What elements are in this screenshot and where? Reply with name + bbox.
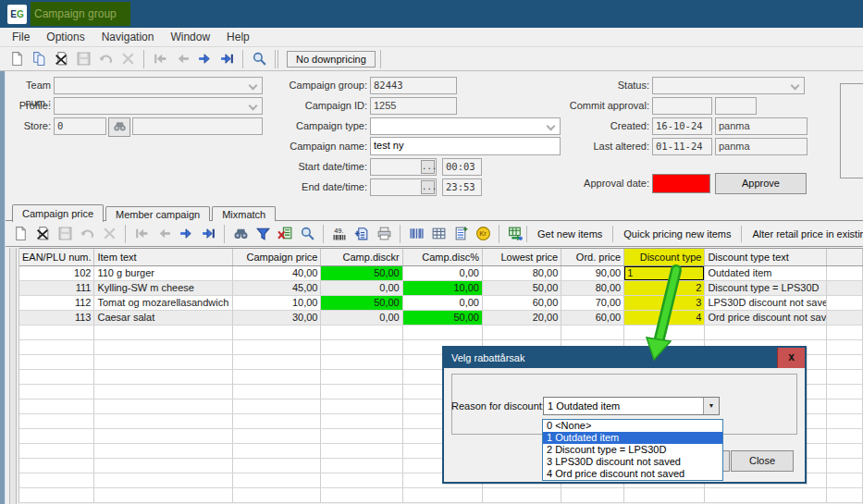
column-header-ean[interactable]: EAN/PLU num. [19, 249, 94, 265]
cell-item[interactable]: 110 g burger [94, 266, 232, 281]
cell-discpct[interactable]: 0,00 [403, 266, 483, 281]
cell-ord[interactable]: 80,00 [561, 281, 624, 296]
cell-lowest[interactable]: 20,00 [483, 311, 561, 326]
cell-ord[interactable]: 70,00 [561, 296, 624, 311]
nav-last-icon[interactable] [216, 49, 238, 69]
cell-dtype[interactable]: 1 [624, 266, 705, 281]
toolbar-button-quick-pricing-new-items[interactable]: Quick pricing new items [612, 226, 741, 242]
table-row[interactable]: 113Caesar salat30,000,0050,0020,0060,004… [19, 311, 863, 326]
column-header-dtype[interactable]: Discount type [624, 249, 705, 265]
cell-dtypetext[interactable]: Ord price discount not saved [705, 311, 827, 326]
cell-dtypetext[interactable]: LPS30D discount not saved [705, 296, 827, 311]
barcode-icon[interactable] [405, 224, 427, 244]
column-header-ord[interactable]: Ord. price [561, 249, 624, 265]
profile-select[interactable]: Profil 5 [54, 97, 263, 115]
reason-for-discount-select[interactable]: 1 Outdated item ▼ [543, 397, 720, 415]
cell-disckr[interactable]: 50,00 [321, 266, 402, 281]
cell-disckr[interactable]: 0,00 [321, 281, 402, 296]
nav-next-icon[interactable] [193, 49, 216, 69]
table-row[interactable]: 111Kylling-SW m cheese45,000,0010,0050,0… [19, 281, 863, 296]
toolbar-button-get-new-items[interactable]: Get new items [526, 226, 612, 242]
start-date-input[interactable]: 01-11-24... [370, 158, 437, 176]
cell-disckr[interactable]: 0,00 [321, 311, 402, 326]
menu-item-file[interactable]: File [4, 28, 38, 46]
date-browse-button[interactable]: ... [421, 160, 435, 174]
store-find-button[interactable] [108, 117, 130, 137]
nav-last-icon[interactable] [197, 224, 219, 244]
table-view-icon[interactable] [427, 224, 450, 244]
currency-kr-icon[interactable]: Kr [472, 224, 494, 244]
cell-dtypetext[interactable]: Discount type = LPS30D [705, 281, 827, 296]
cell-lowest[interactable]: 60,00 [483, 296, 561, 311]
import-document-icon[interactable] [351, 224, 373, 244]
cell-ean[interactable]: 113 [19, 311, 94, 326]
reason-option[interactable]: 1 Outdated item [543, 432, 722, 444]
toolbar-button-alter-retail-price-in-existing[interactable]: Alter retail price in existing [741, 226, 863, 242]
menu-item-window[interactable]: Window [162, 28, 218, 46]
cell-dtype[interactable]: 3 [624, 296, 705, 311]
cell-ean[interactable]: 112 [19, 296, 94, 311]
cell-dtypetext[interactable]: Outdated item [705, 266, 827, 281]
cell-price[interactable]: 30,00 [233, 311, 322, 326]
cell-item[interactable]: Caesar salat [94, 311, 232, 326]
column-header-item[interactable]: Item text [94, 249, 232, 265]
delete-record-icon[interactable] [50, 49, 72, 69]
dialog-close-icon[interactable]: x [777, 348, 805, 368]
table-row[interactable]: 112Tomat og mozarellasandwich10,0050,000… [19, 296, 863, 311]
campaign-name-input[interactable]: test ny [370, 137, 561, 155]
team-num-select[interactable]: <None> [54, 77, 263, 94]
cell-price[interactable]: 40,00 [233, 266, 322, 281]
column-header-disckr[interactable]: Camp.disckr [321, 249, 402, 265]
end-date-input[interactable]: 02-11-24... [370, 178, 437, 196]
zoom-icon[interactable] [296, 224, 318, 244]
date-browse-button[interactable]: ... [421, 180, 435, 194]
status-select[interactable]: Opprettet [652, 77, 805, 94]
column-header-price[interactable]: Campaign price [233, 249, 322, 265]
cell-price[interactable]: 45,00 [233, 281, 322, 296]
new-document-icon[interactable] [9, 224, 31, 244]
new-document-icon[interactable] [6, 49, 28, 69]
copy-rows-icon[interactable] [450, 224, 472, 244]
approve-button[interactable]: Approve [715, 173, 807, 194]
send-table-icon[interactable] [504, 224, 526, 244]
cell-lowest[interactable]: 80,00 [483, 266, 561, 281]
price-label-icon[interactable]: 49. [328, 224, 351, 244]
start-time-input[interactable]: 00:03 [442, 158, 482, 176]
column-header-lowest[interactable]: Lowest price [483, 249, 561, 265]
reason-option[interactable]: 4 Ord price discount not saved [543, 468, 722, 480]
end-time-input[interactable]: 23:53 [442, 178, 482, 196]
menu-item-help[interactable]: Help [218, 28, 258, 46]
menu-item-navigation[interactable]: Navigation [93, 28, 163, 46]
campaign-type-select[interactable]: 2 / Central campaign type / / no [370, 117, 561, 135]
combo-dropdown-button[interactable]: ▼ [703, 398, 719, 414]
tab-member-campaign[interactable]: Member campaign [105, 206, 210, 221]
table-row[interactable]: 102110 g burger40,0050,000,0080,0090,001… [19, 266, 863, 281]
reason-option[interactable]: 3 LPS30D discount not saved [543, 456, 722, 468]
delete-record-icon[interactable] [31, 224, 54, 244]
cell-ord[interactable]: 60,00 [561, 311, 624, 326]
reason-option[interactable]: 2 Discount type = LPS30D [543, 444, 722, 456]
cell-lowest[interactable]: 50,00 [483, 281, 561, 296]
cell-dtype[interactable]: 4 [624, 311, 705, 326]
find-icon[interactable] [229, 224, 252, 244]
nav-next-icon[interactable] [175, 224, 197, 244]
tab-campaign-price[interactable]: Campaign price [12, 204, 104, 222]
dialog-title-bar[interactable]: Velg rabattårsak x [444, 348, 805, 368]
copy-icon[interactable] [28, 49, 50, 69]
cell-price[interactable]: 10,00 [233, 296, 322, 311]
cell-ean[interactable]: 102 [19, 266, 94, 281]
export-excel-icon[interactable] [274, 224, 296, 244]
cell-item[interactable]: Kylling-SW m cheese [94, 281, 232, 296]
cell-discpct[interactable]: 50,00 [403, 311, 483, 326]
cell-ord[interactable]: 90,00 [561, 266, 624, 281]
cell-dtype[interactable]: 2 [624, 281, 705, 296]
reason-option[interactable]: 0 <None> [543, 420, 722, 432]
zoom-icon[interactable] [248, 49, 270, 69]
cell-discpct[interactable]: 10,00 [403, 281, 483, 296]
filter-icon[interactable] [252, 224, 274, 244]
cell-item[interactable]: Tomat og mozarellasandwich [94, 296, 232, 311]
cell-ean[interactable]: 111 [19, 281, 94, 296]
store-input[interactable]: 0 [54, 117, 106, 135]
column-header-discpct[interactable]: Camp.disc% [403, 249, 483, 265]
cell-discpct[interactable]: 0,00 [403, 296, 483, 311]
